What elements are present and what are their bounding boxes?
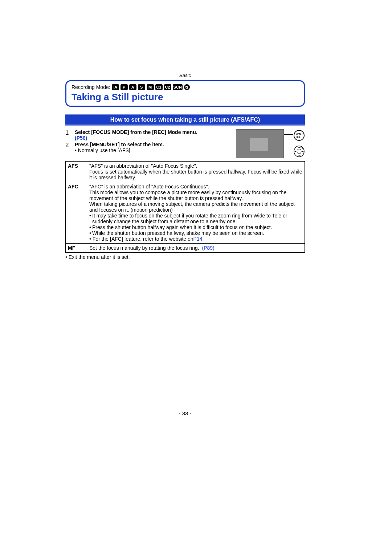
mf-desc: Set the focus manually by rotating the f… — [87, 244, 305, 253]
mf-link[interactable]: (P89) — [202, 245, 215, 251]
step-2: 2 Press [MENU/SET] to select the item. •… — [65, 142, 200, 153]
steps-block: 1 Select [FOCUS MODE] from the [REC] Mod… — [65, 129, 305, 153]
recording-mode-line: Recording Mode: iA P A S M C1 C2 SCN ✿ — [72, 84, 299, 90]
page-title: Taking a Still picture — [72, 91, 299, 103]
step-number: 2 — [65, 142, 75, 153]
step-1-link[interactable]: (P56) — [75, 135, 87, 141]
mode-icon-m: M — [147, 84, 154, 90]
manual-page: Basic Recording Mode: iA P A S M C1 C2 S… — [65, 73, 305, 260]
afc-desc: "AFC" is an abbreviation of "Auto Focus … — [87, 182, 305, 244]
afc-key: AFC — [66, 182, 87, 244]
afc-footer: • For the [AFC] feature, refer to the we… — [89, 236, 302, 242]
step-1: 1 Select [FOCUS MODE] from the [REC] Mod… — [65, 129, 200, 141]
camera-screen-icon — [236, 129, 284, 158]
afc-bullet-3: •While the shutter button pressed halfwa… — [89, 230, 302, 236]
mode-icon-c2: C2 — [164, 84, 171, 90]
focus-mode-table: AFS "AFS" is an abbreviation of "Auto Fo… — [65, 161, 305, 253]
page-number: - 33 - — [65, 410, 305, 416]
afc-line2: This mode allows you to compose a pictur… — [89, 190, 302, 201]
table-row-mf: MF Set the focus manually by rotating th… — [66, 244, 305, 253]
step-1-text: Select [FOCUS MODE] from the [REC] Mode … — [75, 129, 197, 135]
afs-desc: "AFS" is an abbreviation of "Auto Focus … — [87, 162, 305, 182]
step-2-text: Press [MENU/SET] to select the item. — [75, 142, 164, 147]
step-number: 1 — [65, 129, 75, 141]
recording-mode-label: Recording Mode: — [72, 84, 110, 90]
mode-icon-a: A — [129, 84, 136, 90]
section-label: Basic — [65, 73, 305, 78]
afs-line1: "AFS" is an abbreviation of "Auto Focus … — [89, 163, 302, 169]
table-row-afs: AFS "AFS" is an abbreviation of "Auto Fo… — [66, 162, 305, 182]
afs-key: AFS — [66, 162, 87, 182]
afc-footer-link[interactable]: P14 — [193, 236, 203, 242]
afs-line2: Focus is set automatically when the shut… — [89, 169, 302, 180]
table-row-afc: AFC "AFC" is an abbreviation of "Auto Fo… — [66, 182, 305, 244]
jog-dial-icon — [293, 145, 305, 158]
illustration: MENU /SET — [236, 129, 305, 158]
afc-line3: When taking pictures of a moving subject… — [89, 201, 302, 213]
menu-set-icon: MENU /SET — [294, 130, 305, 141]
afc-line1: "AFC" is an abbreviation of "Auto Focus … — [89, 184, 302, 190]
mode-icon-p: P — [121, 84, 128, 90]
mf-key: MF — [66, 244, 87, 253]
svg-point-1 — [297, 149, 301, 154]
mf-text: Set the focus manually by rotating the f… — [89, 245, 199, 251]
mode-icon-scn: SCN — [173, 84, 183, 90]
step-2-note: • Normally use the [AFS]. — [75, 147, 164, 153]
menu-set-bot: /SET — [297, 135, 302, 138]
title-box: Recording Mode: iA P A S M C1 C2 SCN ✿ T… — [65, 80, 305, 107]
subheading: How to set focus when taking a still pic… — [65, 114, 305, 126]
mode-icon-creative: ✿ — [184, 84, 190, 90]
menu-set-top: MENU — [295, 133, 302, 135]
mode-icon-s: S — [138, 84, 145, 90]
mode-icon-c1: C1 — [155, 84, 163, 90]
afc-bullet-1: •It may take time to focus on the subjec… — [89, 213, 302, 224]
mode-icon-ia: iA — [112, 84, 119, 90]
post-note: • Exit the menu after it is set. — [65, 254, 305, 260]
callout-line — [284, 134, 293, 135]
afc-bullet-2: •Press the shutter button halfway again … — [89, 224, 302, 230]
